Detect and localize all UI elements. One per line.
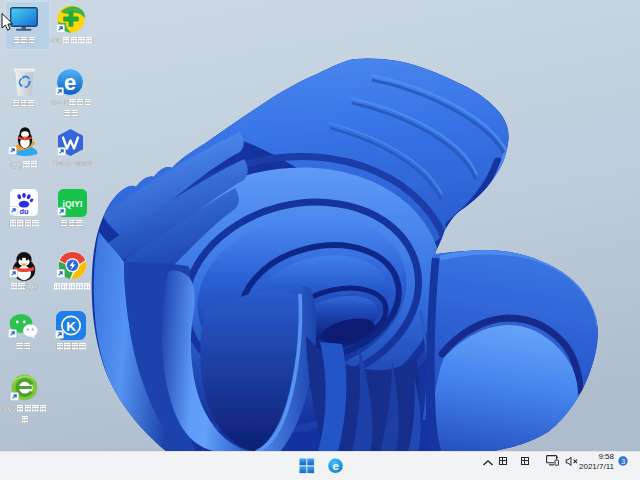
svg-text:e: e	[64, 70, 76, 95]
svg-text:K: K	[66, 319, 76, 334]
svg-text:du: du	[19, 207, 29, 216]
svg-text:3: 3	[621, 457, 625, 464]
svg-text:e: e	[332, 459, 338, 471]
